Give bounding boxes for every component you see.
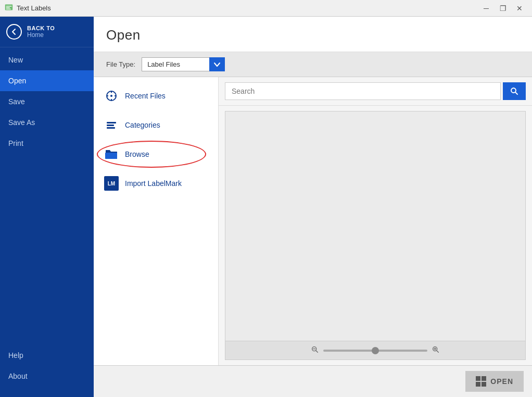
import-labelmark-label: Import LabelMark: [125, 179, 182, 188]
panel-item-import-labelmark[interactable]: LM Import LabelMark: [94, 169, 218, 198]
about-label: About: [8, 372, 28, 380]
browse-label: Browse: [125, 150, 149, 158]
svg-line-20: [437, 351, 439, 353]
zoom-bar: [225, 341, 525, 359]
svg-point-5: [110, 95, 112, 97]
footer-bar: OPEN: [94, 365, 532, 397]
file-type-bar: File Type: Label Files All Files Templat…: [94, 52, 532, 77]
preview-area: [225, 111, 526, 360]
page-title: Open: [106, 27, 520, 43]
save-label: Save: [8, 97, 25, 106]
sidebar-item-save-as[interactable]: Save As: [0, 112, 94, 133]
help-label: Help: [8, 351, 23, 359]
window-controls: ─ ❐ ✕: [478, 1, 528, 16]
import-labelmark-icon: LM: [104, 176, 119, 191]
sidebar-item-open[interactable]: Open: [0, 70, 94, 91]
file-type-dropdown[interactable]: Label Files All Files Template Files: [142, 57, 225, 71]
right-panel: [219, 77, 532, 365]
search-button[interactable]: [503, 82, 526, 100]
sidebar-item-help[interactable]: Help: [0, 345, 94, 366]
svg-rect-11: [107, 125, 114, 126]
zoom-thumb: [372, 347, 379, 354]
page-header: Open: [94, 17, 532, 52]
app-container: BACK TO Home New Open Save Save As Print: [0, 17, 532, 397]
panel-item-browse[interactable]: Browse: [94, 140, 218, 169]
zoom-out-icon: [311, 345, 319, 355]
sidebar-item-about[interactable]: About: [0, 366, 94, 387]
content-area: Recent Files Categories: [94, 77, 532, 365]
svg-line-17: [316, 351, 318, 353]
browse-icon: [104, 147, 119, 162]
title-bar-left: Text Labels: [4, 3, 51, 14]
svg-rect-10: [107, 122, 116, 123]
lm-badge: LM: [104, 176, 119, 191]
back-label-top: BACK TO: [27, 25, 55, 31]
search-icon: [510, 86, 519, 96]
back-label-bottom: Home: [27, 31, 55, 39]
categories-label: Categories: [125, 121, 160, 129]
file-type-select-wrapper: Label Files All Files Template Files: [142, 57, 225, 71]
sidebar-item-new[interactable]: New: [0, 49, 94, 70]
open-button-label: OPEN: [490, 377, 513, 386]
svg-line-15: [515, 92, 517, 94]
zoom-in-icon: [432, 345, 440, 355]
window-title: Text Labels: [17, 4, 51, 12]
sidebar-item-print[interactable]: Print: [0, 133, 94, 154]
title-bar: Text Labels ─ ❐ ✕: [0, 0, 532, 17]
recent-files-label: Recent Files: [125, 92, 166, 100]
app-icon: [4, 3, 14, 14]
open-label: Open: [8, 77, 26, 85]
categories-icon: [104, 118, 119, 132]
panel-item-categories[interactable]: Categories: [94, 110, 218, 140]
file-type-label: File Type:: [106, 60, 135, 68]
new-label: New: [8, 56, 23, 64]
maximize-button[interactable]: ❐: [495, 1, 511, 16]
zoom-slider[interactable]: [323, 350, 427, 352]
recent-files-icon: [104, 89, 119, 103]
open-button[interactable]: OPEN: [465, 371, 524, 392]
svg-rect-13: [105, 153, 117, 159]
sidebar: BACK TO Home New Open Save Save As Print: [0, 17, 94, 397]
minimize-button[interactable]: ─: [478, 1, 495, 16]
svg-rect-12: [107, 127, 115, 129]
sidebar-nav: New Open Save Save As Print Help About: [0, 47, 94, 397]
back-text: BACK TO Home: [27, 25, 55, 39]
svg-rect-3: [6, 8, 11, 9]
main-content: Open File Type: Label Files All Files Te…: [94, 17, 532, 397]
open-button-icon: [476, 376, 486, 387]
svg-rect-1: [6, 6, 12, 6]
search-bar: [219, 77, 532, 106]
back-circle-icon: [6, 24, 22, 40]
search-input[interactable]: [225, 82, 501, 100]
close-button[interactable]: ✕: [511, 1, 528, 16]
print-label: Print: [8, 139, 23, 147]
back-to-home-button[interactable]: BACK TO Home: [0, 17, 94, 47]
panel-item-recent-files[interactable]: Recent Files: [94, 81, 218, 110]
left-panel: Recent Files Categories: [94, 77, 219, 365]
svg-rect-2: [6, 7, 10, 8]
save-as-label: Save As: [8, 118, 35, 127]
sidebar-item-save[interactable]: Save: [0, 91, 94, 112]
